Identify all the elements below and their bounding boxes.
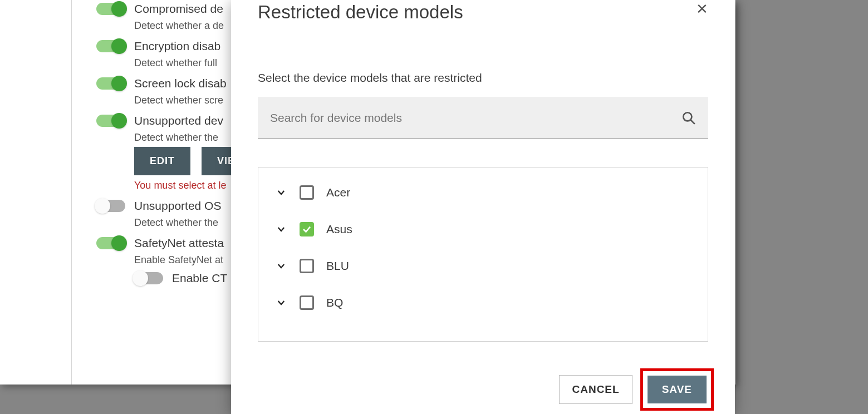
list-item-label: BQ bbox=[326, 296, 343, 309]
setting-title: Compromised de bbox=[134, 2, 223, 16]
dialog-subtitle: Select the device models that are restri… bbox=[258, 71, 708, 85]
dialog-title: Restricted device models bbox=[258, 0, 463, 24]
list-item: Asus bbox=[258, 211, 708, 248]
checkbox-asus[interactable] bbox=[300, 222, 314, 236]
setting-unsupported-device: Unsupported dev Detect whether the EDIT … bbox=[96, 114, 251, 191]
toggle-screenlock[interactable] bbox=[96, 77, 125, 90]
toggle-unsupported-device[interactable] bbox=[96, 115, 125, 127]
chevron-down-icon[interactable] bbox=[275, 223, 287, 235]
device-models-list[interactable]: Acer Asus BLU bbox=[258, 167, 708, 342]
search-input[interactable] bbox=[270, 111, 681, 125]
setting-title: Screen lock disab bbox=[134, 77, 227, 90]
search-icon bbox=[681, 111, 696, 125]
setting-compromised: Compromised de Detect whether a de bbox=[96, 2, 251, 32]
setting-title: Unsupported dev bbox=[134, 114, 223, 127]
list-item-label: Acer bbox=[326, 186, 350, 199]
setting-title: Enable CT bbox=[172, 272, 227, 285]
chevron-down-icon[interactable] bbox=[275, 297, 287, 309]
toggle-unsupported-os[interactable] bbox=[96, 200, 125, 212]
dialog-footer: CANCEL SAVE bbox=[559, 368, 714, 411]
save-button[interactable]: SAVE bbox=[648, 376, 707, 403]
list-item: BQ bbox=[258, 284, 708, 321]
toggle-encryption[interactable] bbox=[96, 40, 125, 52]
setting-title: Unsupported OS bbox=[134, 199, 221, 213]
setting-screenlock: Screen lock disab Detect whether scre bbox=[96, 77, 251, 106]
toggle-enable-cts[interactable] bbox=[134, 272, 163, 284]
chevron-down-icon[interactable] bbox=[275, 186, 287, 199]
svg-point-0 bbox=[683, 112, 692, 121]
setting-unsupported-os: Unsupported OS Detect whether the bbox=[96, 199, 251, 229]
close-icon[interactable]: ✕ bbox=[696, 2, 708, 16]
cancel-button[interactable]: CANCEL bbox=[559, 375, 632, 404]
list-item-label: Asus bbox=[326, 223, 352, 236]
checkbox-bq[interactable] bbox=[300, 295, 314, 310]
search-box bbox=[258, 97, 708, 139]
dialog-header: Restricted device models ✕ bbox=[258, 0, 708, 24]
toggle-compromised[interactable] bbox=[96, 3, 125, 15]
setting-title: SafetyNet attesta bbox=[134, 236, 224, 250]
checkbox-blu[interactable] bbox=[300, 259, 314, 273]
checkbox-acer[interactable] bbox=[300, 185, 314, 200]
restricted-device-models-dialog: Restricted device models ✕ Select the de… bbox=[231, 0, 735, 414]
setting-encryption: Encryption disab Detect whether full bbox=[96, 40, 251, 69]
list-item-label: BLU bbox=[326, 259, 349, 273]
list-item: BLU bbox=[258, 248, 708, 284]
chevron-down-icon[interactable] bbox=[275, 260, 287, 272]
edit-button[interactable]: EDIT bbox=[134, 147, 190, 175]
list-item: Acer bbox=[258, 174, 708, 211]
toggle-safetynet[interactable] bbox=[96, 237, 125, 249]
setting-title: Encryption disab bbox=[134, 40, 220, 53]
svg-line-1 bbox=[690, 120, 695, 124]
settings-list: Compromised de Detect whether a de Encry… bbox=[71, 0, 251, 385]
setting-safetynet: SafetyNet attesta Enable SafetyNet at En… bbox=[96, 236, 251, 285]
save-button-highlight: SAVE bbox=[640, 368, 714, 411]
